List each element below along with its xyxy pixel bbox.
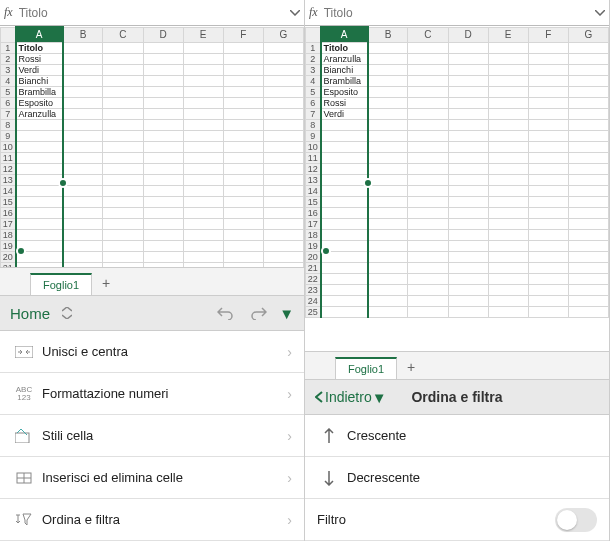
chevron-left-icon xyxy=(315,391,323,403)
row-cell-styles[interactable]: Stili cella › xyxy=(0,415,304,457)
fx-label: fx xyxy=(4,5,13,20)
collapse-icon[interactable]: ▼ xyxy=(279,305,294,322)
redo-icon[interactable] xyxy=(245,306,273,320)
col-header-b[interactable]: B xyxy=(63,27,103,42)
chevron-right-icon: › xyxy=(287,428,292,444)
sheet-add-button[interactable]: + xyxy=(92,271,120,295)
col-header-e[interactable]: E xyxy=(488,27,528,42)
back-label: Indietro xyxy=(325,389,372,405)
collapse-icon[interactable]: ▼ xyxy=(372,389,387,406)
row-merge-center[interactable]: Unisci e centra › xyxy=(0,331,304,373)
col-header-d[interactable]: D xyxy=(143,27,183,42)
merge-icon xyxy=(12,346,36,358)
chevron-right-icon: › xyxy=(287,386,292,402)
formula-input[interactable] xyxy=(324,6,595,20)
row-merge-label: Unisci e centra xyxy=(36,344,287,359)
col-header-f[interactable]: F xyxy=(223,27,263,42)
grid-body[interactable]: 1Titolo 2Aranzulla 3Bianchi 4Brambilla 5… xyxy=(306,42,609,317)
cell-styles-icon xyxy=(12,429,36,443)
sheet-tabs: Foglio1 + xyxy=(0,267,304,295)
fx-label: fx xyxy=(309,5,318,20)
selection-handle-top[interactable] xyxy=(58,178,68,188)
col-header-a[interactable]: A xyxy=(16,27,63,42)
ribbon-tab-home[interactable]: Home xyxy=(10,305,50,322)
home-toolbar: Home ▼ xyxy=(0,295,304,331)
arrow-down-icon xyxy=(317,470,341,486)
row-sort-label: Ordina e filtra xyxy=(36,512,287,527)
col-header-a[interactable]: A xyxy=(321,27,368,42)
row-sort-asc[interactable]: Crescente xyxy=(305,415,609,457)
insert-delete-icon xyxy=(12,471,36,485)
row-insert-delete[interactable]: Inserisci ed elimina celle › xyxy=(0,457,304,499)
chevron-right-icon: › xyxy=(287,470,292,486)
row-number-label: Formattazione numeri xyxy=(36,386,287,401)
number-format-icon: ABC123 xyxy=(12,386,36,402)
chevron-right-icon: › xyxy=(287,344,292,360)
row-insert-label: Inserisci ed elimina celle xyxy=(36,470,287,485)
grid-body[interactable]: 1Titolo 2Rossi 3Verdi 4Bianchi 5Brambill… xyxy=(1,42,304,267)
sheet-tab[interactable]: Foglio1 xyxy=(30,273,92,295)
column-header-row: A B C D E F G xyxy=(306,27,609,42)
row-styles-label: Stili cella xyxy=(36,428,287,443)
spreadsheet-grid[interactable]: A B C D E F G 1Titolo 2Aranzulla 3Bianch… xyxy=(305,26,609,351)
sort-filter-icon xyxy=(12,513,36,527)
row-number-format[interactable]: ABC123 Formattazione numeri › xyxy=(0,373,304,415)
back-button[interactable]: Indietro xyxy=(315,389,372,405)
col-header-c[interactable]: C xyxy=(103,27,143,42)
sheet-tab[interactable]: Foglio1 xyxy=(335,357,397,379)
left-pane: fx A B C D E F G 1Titolo 2Rossi 3Verdi 4… xyxy=(0,0,305,541)
chevron-right-icon: › xyxy=(287,512,292,528)
ribbon-expand-icon[interactable] xyxy=(56,307,78,319)
selection-handle-bottom[interactable] xyxy=(16,246,26,256)
home-menu-list: Unisci e centra › ABC123 Formattazione n… xyxy=(0,331,304,541)
formula-input[interactable] xyxy=(19,6,290,20)
right-pane: fx A B C D E F G 1Titolo 2Aranzulla 3Bia… xyxy=(305,0,610,541)
svg-rect-0 xyxy=(15,346,33,358)
toggle-knob xyxy=(557,510,577,530)
sort-filter-list: Crescente Decrescente Filtro xyxy=(305,415,609,541)
formula-bar: fx xyxy=(305,0,609,26)
col-header-f[interactable]: F xyxy=(528,27,568,42)
selection-handle-top[interactable] xyxy=(363,178,373,188)
formula-dropdown-icon[interactable] xyxy=(290,10,300,16)
selection-handle-bottom[interactable] xyxy=(321,246,331,256)
formula-dropdown-icon[interactable] xyxy=(595,10,605,16)
col-header-e[interactable]: E xyxy=(183,27,223,42)
formula-bar: fx xyxy=(0,0,304,26)
sheet-add-button[interactable]: + xyxy=(397,355,425,379)
sort-filter-header: Indietro Ordina e filtra ▼ xyxy=(305,379,609,415)
arrow-up-icon xyxy=(317,428,341,444)
col-header-b[interactable]: B xyxy=(368,27,408,42)
col-header-g[interactable]: G xyxy=(263,27,303,42)
column-header-row: A B C D E F G xyxy=(1,27,304,42)
row-sort-desc[interactable]: Decrescente xyxy=(305,457,609,499)
row-sort-filter[interactable]: Ordina e filtra › xyxy=(0,499,304,541)
row-asc-label: Crescente xyxy=(341,428,597,443)
row-filter[interactable]: Filtro xyxy=(305,499,609,541)
sheet-tabs: Foglio1 + xyxy=(305,351,609,379)
filter-toggle[interactable] xyxy=(555,508,597,532)
row-filter-label: Filtro xyxy=(317,512,555,527)
row-desc-label: Decrescente xyxy=(341,470,597,485)
col-header-d[interactable]: D xyxy=(448,27,488,42)
corner-cell[interactable] xyxy=(1,27,16,42)
spreadsheet-grid[interactable]: A B C D E F G 1Titolo 2Rossi 3Verdi 4Bia… xyxy=(0,26,304,267)
panel-title: Ordina e filtra xyxy=(411,389,502,405)
col-header-g[interactable]: G xyxy=(568,27,608,42)
corner-cell[interactable] xyxy=(306,27,321,42)
col-header-c[interactable]: C xyxy=(408,27,448,42)
undo-icon[interactable] xyxy=(211,306,239,320)
